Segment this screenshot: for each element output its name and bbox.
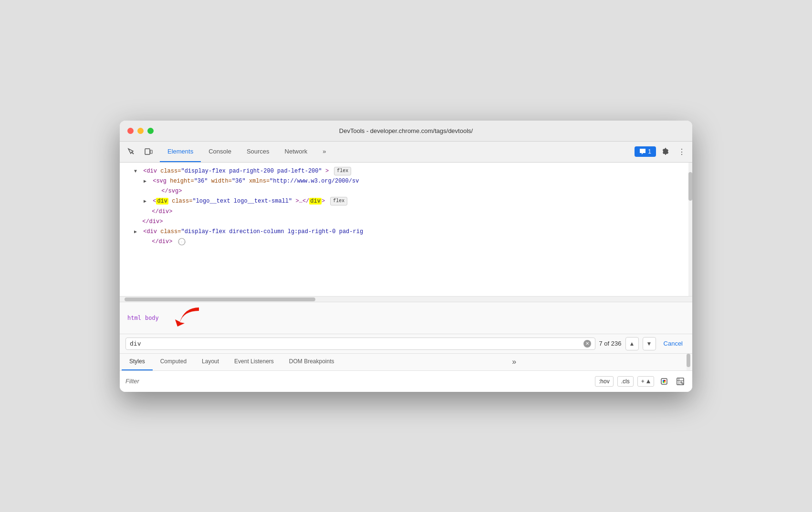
hov-button[interactable]: :hov [595,376,614,387]
vertical-scrollbar[interactable] [688,163,692,296]
svg-rect-10 [664,381,666,383]
svg-rect-2 [150,150,152,154]
dom-line-4[interactable]: ▶ <div class="logo__text logo__text-smal… [120,196,692,206]
dom-line-8[interactable]: </div> ··· [120,237,692,247]
svg-rect-9 [663,381,664,383]
breadcrumb-bar: html body [120,302,692,334]
devtools-toolbar: Elements Console Sources Network » 1 [120,142,692,163]
search-next-button[interactable]: ▼ [643,337,656,350]
toolbar-right: 1 ⋮ [635,145,688,158]
arrow-indicator [170,305,208,331]
triangle-right-icon[interactable]: ▶ [144,178,148,185]
tab-elements[interactable]: Elements [160,141,201,162]
svg-rect-8 [664,380,666,381]
breadcrumb-html[interactable]: html [125,315,143,321]
tab-styles[interactable]: Styles [122,353,153,370]
tab-console[interactable]: Console [201,141,239,162]
settings-button[interactable] [659,145,672,158]
bottom-tabs-bar: Styles Computed Layout Event Listeners D… [120,354,692,371]
svg-text:···: ··· [178,240,185,244]
inspect-tool-button[interactable] [124,144,139,159]
svg-marker-5 [646,379,650,383]
main-tabs: Elements Console Sources Network » [160,141,633,162]
search-input[interactable] [130,340,582,347]
highlight-div-open: div [156,198,168,205]
dom-line-2[interactable]: ▶ <svg height="36" width="36" xmlns="htt… [120,176,692,186]
triangle-down-icon[interactable]: ▼ [134,168,139,175]
svg-rect-7 [663,380,664,381]
window-title: DevTools - developer.chrome.com/tags/dev… [339,127,473,134]
breadcrumb-body[interactable]: body [143,315,161,321]
filter-input-area: Filter [125,378,595,385]
dom-line-6[interactable]: </div> [120,217,692,227]
search-clear-button[interactable]: ✕ [583,340,591,348]
close-button[interactable] [127,128,134,134]
maximize-button[interactable] [147,128,154,134]
search-input-wrapper: ✕ [125,338,595,350]
titlebar: DevTools - developer.chrome.com/tags/dev… [120,121,692,142]
inspector-button[interactable] [674,375,687,388]
search-bar: ✕ 7 of 236 ▲ ▼ Cancel [120,334,692,354]
tab-more-button[interactable]: » [508,353,520,370]
minimize-button[interactable] [137,128,144,134]
search-prev-button[interactable]: ▲ [625,337,639,350]
horizontal-scrollbar[interactable] [120,296,692,302]
dom-line-1[interactable]: ▼ <div class="display-flex pad-right-200… [120,166,692,176]
tab-dom-breakpoints[interactable]: DOM Breakpoints [281,353,342,370]
cls-button[interactable]: .cls [617,376,634,387]
filter-actions: :hov .cls + [595,375,687,388]
tab-sources[interactable]: Sources [239,141,277,162]
tab-layout[interactable]: Layout [194,353,227,370]
horizontal-scrollbar-thumb[interactable] [125,297,315,301]
tab-event-listeners[interactable]: Event Listeners [227,353,281,370]
svg-rect-1 [145,149,150,154]
dom-line-7[interactable]: ▶ <div class="display-flex direction-col… [120,227,692,237]
svg-line-0 [132,152,134,154]
search-cancel-button[interactable]: Cancel [660,340,687,347]
new-rule-button[interactable]: + [637,376,654,387]
device-toolbar-button[interactable] [141,144,156,159]
comment-button[interactable]: 1 [635,146,656,157]
highlight-div-close: div [309,198,322,205]
flex-badge-2: flex [330,197,347,205]
tab-more[interactable]: » [315,141,333,162]
filter-bar: Filter :hov .cls + [120,371,692,392]
devtools-window: DevTools - developer.chrome.com/tags/dev… [120,121,692,392]
titlebar-controls [127,128,154,134]
dom-line-3[interactable]: </svg> [120,186,692,196]
tab-computed[interactable]: Computed [153,353,194,370]
elements-panel: ▼ <div class="display-flex pad-right-200… [120,163,692,296]
more-options-button[interactable]: ⋮ [675,145,688,158]
bottom-right-scrollbar [687,354,690,370]
flex-badge-1: flex [334,167,351,175]
filter-label: Filter [125,378,139,385]
dom-line-5[interactable]: </div> [120,207,692,217]
tab-network[interactable]: Network [277,141,315,162]
triangle-right-icon-3[interactable]: ▶ [134,228,139,236]
color-picker-button[interactable] [658,375,670,388]
vertical-scrollbar-thumb[interactable] [688,172,692,201]
bottom-scrollbar-thumb [687,354,690,367]
triangle-right-icon-2[interactable]: ▶ [144,198,148,205]
search-count: 7 of 236 [599,340,622,347]
